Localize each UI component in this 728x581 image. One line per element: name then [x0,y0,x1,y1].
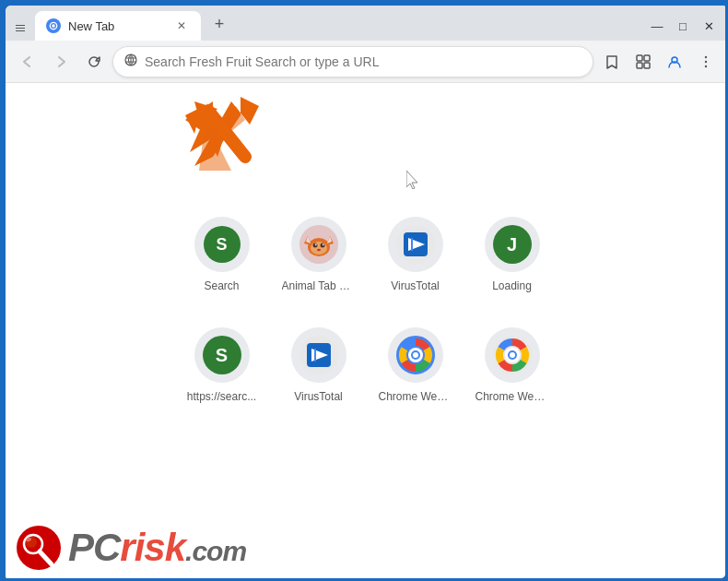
active-tab[interactable]: New Tab ✕ [35,11,201,41]
shortcut-chrome-web-2-label: Chrome Web... [476,390,549,403]
shortcut-animal-tab-label: Animal Tab N... [282,279,356,292]
tab-list-button[interactable] [13,20,28,35]
shortcut-chrome-web-2[interactable]: Chrome Web... [468,318,556,420]
svg-point-46 [510,352,515,358]
shortcut-virustotal-2-label: VirusTotal [294,390,342,403]
loading-j-icon: J [493,225,532,264]
svg-point-1 [52,24,55,28]
search-s-icon: S [204,226,241,263]
tab-close-button[interactable]: ✕ [173,18,190,34]
shortcut-search-label: Search [204,279,239,292]
svg-rect-6 [637,63,642,68]
svg-point-42 [413,352,418,358]
profile-button[interactable] [660,47,689,77]
main-content: S Search [6,83,728,581]
extensions-button[interactable] [628,47,658,77]
shortcut-loading-label: Loading [492,279,532,292]
minimize-button[interactable]: — [645,17,669,35]
svg-rect-7 [644,63,650,68]
cursor [406,171,421,189]
watermark: PCrisk.com [15,524,246,572]
shortcut-chrome-web-1[interactable]: Chrome Web... [371,318,459,420]
shortcut-chrome-web-1-icon [388,327,443,383]
shortcut-search-icon: S [194,217,250,272]
shortcut-virustotal-1[interactable]: VirusTotal [371,208,459,309]
shortcut-virustotal-1-icon [388,217,443,272]
url-input[interactable]: Search Fresh Fruit Search or type a URL [145,54,581,69]
svg-rect-5 [644,55,650,61]
maximize-button[interactable]: □ [671,17,695,35]
bookmark-button[interactable] [597,47,627,77]
https-s-icon: S [203,336,241,374]
shortcut-https-search-icon: S [194,327,250,383]
menu-button[interactable] [691,47,721,77]
shortcut-loading[interactable]: J Loading [468,208,556,309]
new-tab-button[interactable]: + [206,11,232,37]
svg-rect-4 [637,55,642,61]
risk-text: risk [120,526,185,569]
shortcut-virustotal-2-icon [291,327,346,383]
domain-text: .com [185,536,246,566]
shortcut-loading-icon: J [485,217,540,272]
shortcuts-grid: S Search [178,208,556,420]
tab-bar-controls [13,20,28,41]
nav-bar: Search Fresh Fruit Search or type a URL [6,41,728,83]
svg-point-29 [299,225,338,264]
svg-point-11 [705,65,707,66]
nav-actions [597,47,721,77]
close-button[interactable]: ✕ [697,17,721,35]
shortcut-https-search-label: https://searc... [187,390,256,403]
address-bar[interactable]: Search Fresh Fruit Search or type a URL [112,46,593,77]
shortcut-animal-tab-icon [291,217,346,272]
browser-window: New Tab ✕ + — □ ✕ Search Fresh Fruit Sea… [6,6,728,581]
shortcut-https-search[interactable]: S https://searc... [178,318,265,420]
shortcut-chrome-web-1-label: Chrome Web... [379,390,452,403]
pcrisk-text: PCrisk.com [68,526,246,570]
address-bar-icon [124,53,137,69]
shortcut-animal-tab[interactable]: Animal Tab N... [275,208,362,309]
tab-favicon [46,18,61,33]
arrow-annotation [181,92,254,166]
svg-point-9 [705,55,707,57]
svg-point-10 [705,60,707,62]
back-button[interactable] [13,47,42,77]
shortcut-virustotal-2[interactable]: VirusTotal [275,318,362,420]
window-controls: — □ ✕ [645,17,721,41]
tab-bar: New Tab ✕ + — □ ✕ [6,6,728,41]
forward-button[interactable] [46,47,76,77]
reload-button[interactable] [79,47,109,77]
pcrisk-logo-icon [15,524,63,572]
shortcut-search[interactable]: S Search [178,208,265,309]
shortcut-virustotal-1-label: VirusTotal [391,279,439,292]
shortcut-chrome-web-2-icon [485,327,540,383]
pc-text: PC [68,526,120,569]
tab-title: New Tab [68,19,166,33]
